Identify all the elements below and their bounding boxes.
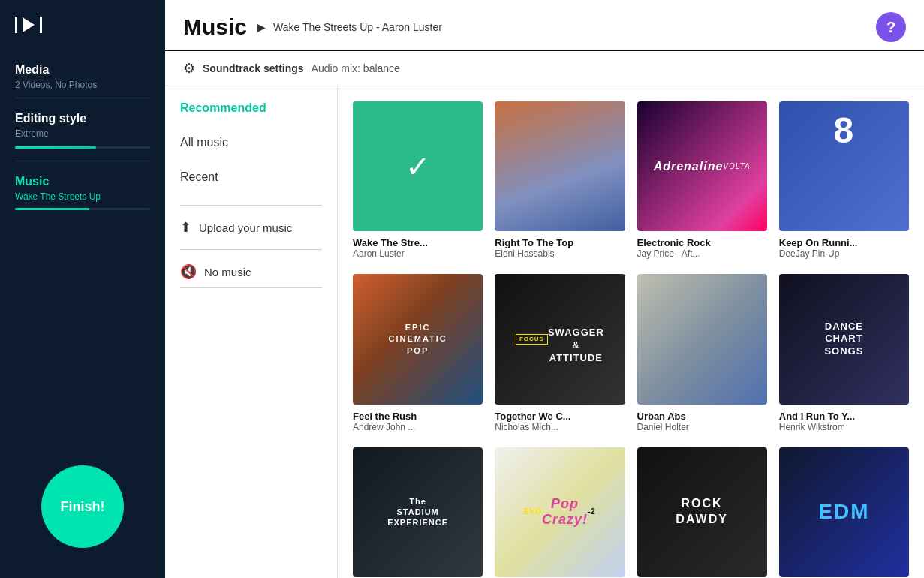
music-title-5: Feel the Rush (353, 411, 483, 422)
music-thumb-7 (637, 274, 767, 404)
music-card-6[interactable]: FOCUSSWAGGER&ATTITUDE Together We C... N… (495, 274, 625, 432)
sidebar-music-progress-bg (15, 208, 150, 210)
logo-bar-left (15, 17, 17, 33)
header-left: Music ▶ Wake The Streets Up - Aaron Lust… (183, 14, 442, 40)
music-card-1[interactable]: ✓ Wake The Stre... Aaron Luster (353, 101, 483, 259)
music-card-8[interactable]: DANCECHARTSONGS And I Run To Y... Henrik… (779, 274, 909, 432)
music-title-8: And I Run To Y... (779, 411, 909, 422)
music-artist-6: Nicholas Mich... (495, 422, 625, 432)
nav-divider-1 (180, 205, 322, 206)
music-thumb-6: FOCUSSWAGGER&ATTITUDE (495, 274, 625, 404)
sidebar-music-section[interactable]: Music Wake The Streets Up (0, 161, 165, 210)
music-artist-2: Eleni Hassabis (495, 248, 625, 259)
thumb-swagger: FOCUSSWAGGER&ATTITUDE (495, 274, 625, 404)
nav-divider-3 (180, 287, 322, 288)
upload-icon: ⬆ (180, 219, 191, 236)
music-thumb-11: ROCKDAWDY (637, 447, 767, 577)
settings-label: Soundtrack settings (203, 62, 304, 74)
music-card-10[interactable]: EVOPopCrazy! -2 Strutting Your ... Brian… (495, 447, 625, 579)
music-artist-8: Henrik Wikstrom (779, 422, 909, 432)
left-nav: Recommended All music Recent ⬆ Upload yo… (165, 86, 338, 578)
header: Music ▶ Wake The Streets Up - Aaron Lust… (165, 0, 924, 51)
thumb-pop: EVOPopCrazy! -2 (495, 447, 625, 577)
music-thumb-1: ✓ (353, 101, 483, 231)
music-thumb-3: AdrenalineVOLTA (637, 101, 767, 231)
sidebar-editing-subtitle: Extreme (15, 128, 150, 139)
music-thumb-4: 8 (779, 101, 909, 231)
no-music-icon: 🔇 (180, 263, 197, 280)
music-card-9[interactable]: TheSTADIUMEXPERIENCE Breathe Move ... Ma… (353, 447, 483, 579)
content-area: Recommended All music Recent ⬆ Upload yo… (165, 86, 924, 578)
nav-divider-2 (180, 249, 322, 250)
logo-bar-right (40, 17, 42, 33)
nav-upload-label: Upload your music (199, 221, 292, 234)
logo-icon (15, 17, 42, 33)
thumb-stadium: TheSTADIUMEXPERIENCE (353, 447, 483, 577)
play-icon: ▶ (257, 21, 266, 33)
music-card-3[interactable]: AdrenalineVOLTA Electronic Rock Jay Pric… (637, 101, 767, 259)
thumb-numbers: 8 (779, 101, 909, 231)
music-thumb-9: TheSTADIUMEXPERIENCE (353, 447, 483, 577)
sidebar-editing-progress-fill (15, 146, 96, 149)
sidebar: Media 2 Videos, No Photos Editing style … (0, 0, 165, 578)
nav-no-music-label: No music (204, 266, 251, 278)
sidebar-music-title: Music (15, 175, 150, 188)
settings-bar[interactable]: ⚙ Soundtrack settings Audio mix: balance (165, 51, 924, 86)
music-artist-4: DeeJay Pin-Up (779, 248, 909, 259)
music-thumb-2 (495, 101, 625, 231)
finish-button-container: Finish! (41, 465, 124, 548)
music-grid: ✓ Wake The Stre... Aaron Luster Right To… (338, 86, 924, 578)
music-card-2[interactable]: Right To The Top Eleni Hassabis (495, 101, 625, 259)
music-artist-5: Andrew John ... (353, 422, 483, 432)
logo-play-icon (23, 17, 35, 32)
music-card-4[interactable]: 8 Keep On Runni... DeeJay Pin-Up (779, 101, 909, 259)
thumb-edm: EDM (779, 447, 909, 577)
nav-recent[interactable]: Recent (180, 170, 322, 184)
music-card-12[interactable]: EDM Dancefloor Ro... Claude Njoya (779, 447, 909, 579)
music-artist-7: Daniel Holter (637, 422, 767, 432)
music-thumb-12: EDM (779, 447, 909, 577)
nav-recommended[interactable]: Recommended (180, 101, 322, 115)
sidebar-editing-section: Editing style Extreme (0, 98, 165, 149)
sidebar-editing-title: Editing style (15, 112, 150, 125)
nav-no-music[interactable]: 🔇 No music (180, 263, 322, 280)
header-subtitle: Wake The Streets Up - Aaron Luster (273, 21, 442, 33)
music-title-1: Wake The Stre... (353, 237, 483, 248)
music-thumb-5: EPICCINEMATICPOP (353, 274, 483, 404)
thumb-surf (637, 274, 767, 404)
music-title-7: Urban Abs (637, 411, 767, 422)
music-title-2: Right To The Top (495, 237, 625, 248)
music-thumb-10: EVOPopCrazy! -2 (495, 447, 625, 577)
main-content: Music ▶ Wake The Streets Up - Aaron Lust… (165, 0, 924, 578)
music-artist-3: Jay Price - Aft... (637, 248, 767, 259)
sidebar-music-subtitle: Wake The Streets Up (15, 191, 150, 202)
music-card-5[interactable]: EPICCINEMATICPOP Feel the Rush Andrew Jo… (353, 274, 483, 432)
settings-value: Audio mix: balance (312, 62, 400, 74)
help-button[interactable]: ? (876, 12, 906, 42)
settings-icon: ⚙ (183, 60, 195, 77)
sidebar-editing-progress-bg (15, 146, 150, 149)
nav-upload[interactable]: ⬆ Upload your music (180, 219, 322, 236)
music-thumb-8: DANCECHARTSONGS (779, 274, 909, 404)
thumb-rock: ROCKDAWDY (637, 447, 767, 577)
thumb-dance: DANCECHARTSONGS (779, 274, 909, 404)
app-logo (0, 0, 165, 48)
music-card-11[interactable]: ROCKDAWDY Squat Run Frederic Vitani (637, 447, 767, 579)
music-title-6: Together We C... (495, 411, 625, 422)
thumb-landscape (495, 101, 625, 231)
thumb-epic: EPICCINEMATICPOP (353, 274, 483, 404)
music-card-7[interactable]: Urban Abs Daniel Holter (637, 274, 767, 432)
music-title-4: Keep On Runni... (779, 237, 909, 248)
sidebar-music-progress-fill (15, 208, 89, 210)
music-artist-1: Aaron Luster (353, 248, 483, 259)
nav-all-music[interactable]: All music (180, 136, 322, 149)
sidebar-media-section: Media 2 Videos, No Photos (0, 48, 165, 98)
music-title-3: Electronic Rock (637, 237, 767, 248)
sidebar-media-title: Media (15, 63, 150, 77)
sidebar-media-subtitle: 2 Videos, No Photos (15, 80, 150, 90)
checkmark-icon: ✓ (405, 149, 431, 184)
thumb-adrenaline: AdrenalineVOLTA (637, 101, 767, 231)
page-title: Music (183, 14, 247, 40)
finish-button[interactable]: Finish! (41, 465, 124, 548)
